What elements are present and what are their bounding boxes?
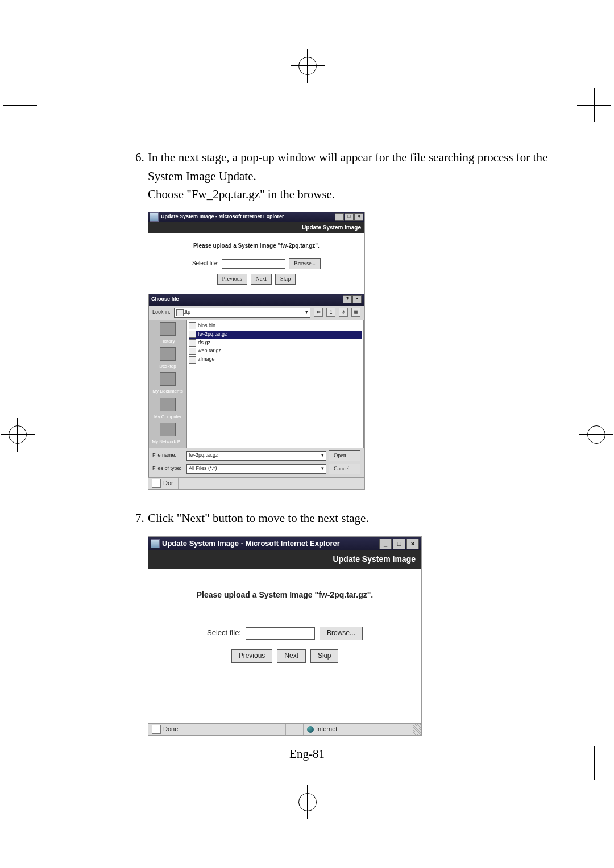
new-folder-icon[interactable]: ✳ [339,308,348,317]
browse-button[interactable]: Browse... [320,627,363,640]
file-name-label: File name: [152,452,184,460]
registration-mark [9,425,27,444]
file-icon [189,356,196,364]
desktop-icon[interactable] [160,347,176,361]
help-button[interactable]: ? [343,295,352,303]
previous-button[interactable]: Previous [217,274,247,285]
crop-mark [3,88,37,122]
window-titlebar: Update System Image - Microsoft Internet… [148,212,364,222]
file-item: bios.bin [189,322,362,330]
step-7: 7.Click "Next" button to move to the nex… [148,509,563,736]
crop-mark [577,88,611,122]
choose-file-dialog: Choose file ? × Look in: tftp [148,294,364,477]
places-label: History [161,338,175,345]
registration-mark [298,57,317,75]
registration-mark [587,425,605,444]
step-number: 6. [135,148,148,167]
file-item: rfs.gz [189,339,362,347]
open-button[interactable]: Open [329,450,360,461]
select-file-label: Select file: [192,259,218,268]
status-bar: Done Internet [148,723,421,735]
previous-button[interactable]: Previous [231,649,273,663]
file-input[interactable] [222,259,285,269]
page-content: 6.In the next stage, a pop-up window wil… [51,114,563,754]
window-titlebar: Update System Image - Microsoft Internet… [148,537,421,550]
my-computer-icon[interactable] [160,398,176,411]
maximize-button[interactable]: □ [345,213,354,221]
step-text: In the next stage, a pop-up window will … [148,151,547,164]
file-icon [189,348,196,355]
page-number: Eng-81 [51,747,563,761]
upload-message: Please upload a System Image "fw-2pq.tar… [159,589,411,602]
file-item: web.tar.gz [189,347,362,355]
close-button[interactable]: × [352,295,362,303]
crop-mark [577,746,611,780]
places-label: My Computer [154,414,181,420]
file-icon [189,322,196,329]
file-input[interactable] [246,627,315,640]
window-title: Update System Image - Microsoft Internet… [161,213,284,221]
places-label: My Network P... [152,439,183,445]
file-icon [189,339,196,347]
folder-icon [176,309,184,316]
step-text: Choose "Fw_2pq.tar.gz" in the browse. [148,187,335,201]
file-item-selected: fw-2pq.tar.gz [189,331,362,339]
file-name: web.tar.gz [198,347,221,355]
browse-button[interactable]: Browse... [289,258,321,269]
places-label: Desktop [159,363,176,370]
upload-message: Please upload a System Image "fw-2pq.tar… [154,241,359,251]
my-documents-icon[interactable] [160,372,176,386]
window-title: Update System Image - Microsoft Internet… [162,538,340,549]
history-icon[interactable] [160,322,176,336]
chevron-down-icon: ▾ [321,452,324,460]
dialog-title: Choose file [151,295,179,304]
close-button[interactable]: × [354,213,363,221]
resize-grip[interactable] [413,724,421,735]
file-name: rfs.gz [198,339,210,347]
close-button[interactable]: × [406,539,419,549]
next-button[interactable]: Next [277,649,306,663]
skip-button[interactable]: Skip [310,649,338,663]
ie-icon [151,539,160,548]
look-in-label: Look in: [152,308,171,316]
ie-icon [150,212,159,222]
screenshot-lower: Update System Image - Microsoft Internet… [148,536,422,735]
step-text: System Image Update. [148,169,256,183]
file-name: bios.bin [198,322,215,330]
step-text: Click "Next" button to move to the next … [148,511,369,525]
document-icon [152,725,161,734]
file-icon [189,331,196,338]
step-number: 7. [135,509,148,528]
my-network-icon[interactable] [160,423,176,436]
file-list[interactable]: bios.bin fw-2pq.tar.gz rfs.gz web.tar.gz… [186,320,364,448]
minimize-button[interactable]: _ [379,539,392,549]
file-name: fw-2pq.tar.gz [198,331,227,339]
up-folder-icon[interactable]: ↥ [326,308,335,317]
look-in-value: tftp [184,308,191,316]
step-6: 6.In the next stage, a pop-up window wil… [148,148,563,490]
views-icon[interactable]: ▦ [351,308,360,317]
back-icon[interactable]: ⇐ [314,308,323,317]
chevron-down-icon: ▾ [305,308,308,316]
file-name-field[interactable]: fw-2pq.tar.gz▾ [186,451,326,461]
document-icon [152,479,161,488]
places-label: My Documents [152,388,182,395]
page-subheader: Update System Image [148,222,364,234]
cancel-button[interactable]: Cancel [329,464,360,474]
places-bar: History Desktop My Documents My Computer… [149,320,186,448]
files-of-type-combo[interactable]: All Files (*.*)▾ [186,464,326,474]
registration-mark [298,793,317,811]
minimize-button[interactable]: _ [335,213,344,221]
page-subheader: Update System Image [148,550,421,569]
chevron-down-icon: ▾ [321,465,324,473]
look-in-combo[interactable]: tftp ▾ [174,308,310,318]
maximize-button[interactable]: □ [393,539,405,549]
files-of-type-label: Files of type: [152,465,184,473]
screenshot-upper: Update System Image - Microsoft Internet… [148,212,365,490]
next-button[interactable]: Next [251,274,272,285]
select-file-label: Select file: [207,627,241,639]
skip-button[interactable]: Skip [275,274,296,285]
status-internet: Internet [316,724,337,734]
crop-mark [3,746,37,780]
file-item: zImage [189,356,362,364]
